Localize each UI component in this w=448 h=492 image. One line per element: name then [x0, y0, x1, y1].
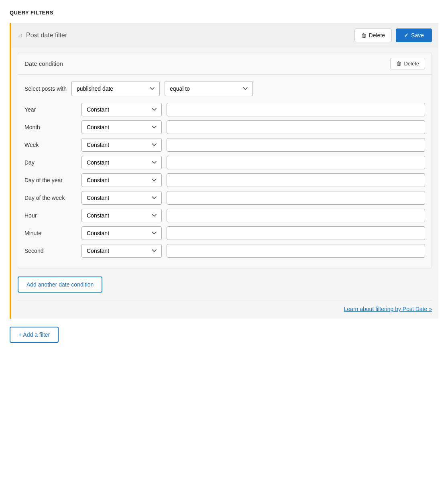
- comparison-select[interactable]: equal to not equal to greater than less …: [165, 81, 253, 96]
- day-of-year-select[interactable]: ConstantVariableCustom Field: [81, 173, 162, 187]
- field-label-day-of-week: Day of the week: [24, 195, 77, 201]
- month-input[interactable]: [167, 120, 425, 134]
- day-input[interactable]: [167, 156, 425, 169]
- day-of-year-input[interactable]: [167, 173, 425, 187]
- select-posts-row: Select posts with published date modifie…: [24, 81, 425, 96]
- condition-body: Select posts with published date modifie…: [18, 75, 432, 268]
- second-select[interactable]: ConstantVariableCustom Field: [81, 244, 162, 258]
- check-icon: [404, 32, 409, 39]
- condition-header: Date condition Delete: [18, 53, 432, 75]
- add-filter-button[interactable]: + Add a filter: [10, 327, 59, 343]
- date-type-select[interactable]: published date modified date created dat…: [71, 81, 160, 96]
- page-title: QUERY FILTERS: [10, 10, 438, 16]
- minute-select[interactable]: ConstantVariableCustom Field: [81, 226, 162, 240]
- field-label-second: Second: [24, 248, 77, 254]
- field-row-day-of-week: Day of the week ConstantVariableCustom F…: [24, 191, 425, 205]
- day-select[interactable]: ConstantVariableCustom Field: [81, 156, 162, 169]
- field-label-minute: Minute: [24, 230, 77, 236]
- filter-header: Post date filter Delete Save: [11, 23, 438, 48]
- field-row-day: Day ConstantVariableCustom Field: [24, 156, 425, 169]
- field-label-day: Day: [24, 159, 77, 166]
- field-row-month: Month ConstantVariableCustom Field: [24, 120, 425, 134]
- learn-link-row: Learn about filtering by Post Date »: [11, 306, 438, 319]
- field-row-minute: Minute ConstantVariableCustom Field: [24, 226, 425, 240]
- day-of-week-input[interactable]: [167, 191, 425, 205]
- field-row-year: Year ConstantVariableCustom Field: [24, 103, 425, 116]
- filter-delete-button[interactable]: Delete: [354, 28, 392, 42]
- year-input[interactable]: [167, 103, 425, 116]
- hour-input[interactable]: [167, 209, 425, 222]
- hour-select[interactable]: ConstantVariableCustom Field: [81, 209, 162, 222]
- field-label-hour: Hour: [24, 212, 77, 219]
- week-select[interactable]: ConstantVariableCustom Field: [81, 138, 162, 152]
- funnel-icon: [18, 32, 23, 39]
- field-row-week: Week ConstantVariableCustom Field: [24, 138, 425, 152]
- add-condition-button[interactable]: Add another date condition: [18, 276, 102, 293]
- field-label-day-of-year: Day of the year: [24, 177, 77, 183]
- condition-delete-button[interactable]: Delete: [390, 58, 425, 69]
- filter-header-right: Delete Save: [354, 28, 432, 42]
- filter-save-button[interactable]: Save: [396, 28, 432, 42]
- year-select[interactable]: ConstantVariableCustom Field: [81, 103, 162, 116]
- month-select[interactable]: ConstantVariableCustom Field: [81, 120, 162, 134]
- divider: [18, 301, 432, 301]
- date-condition-box: Date condition Delete Select posts with …: [18, 53, 432, 268]
- filter-header-left: Post date filter: [18, 32, 67, 39]
- second-input[interactable]: [167, 244, 425, 258]
- field-label-year: Year: [24, 106, 77, 113]
- trash-icon: [361, 32, 367, 39]
- week-input[interactable]: [167, 138, 425, 152]
- filter-save-label: Save: [411, 32, 424, 39]
- select-posts-label: Select posts with: [24, 85, 67, 92]
- condition-title: Date condition: [24, 60, 63, 67]
- field-row-second: Second ConstantVariableCustom Field: [24, 244, 425, 258]
- condition-delete-label: Delete: [404, 61, 419, 67]
- condition-trash-icon: [396, 61, 401, 67]
- learn-link[interactable]: Learn about filtering by Post Date »: [344, 306, 432, 312]
- field-label-week: Week: [24, 142, 77, 148]
- filter-title: Post date filter: [26, 32, 67, 39]
- day-of-week-select[interactable]: ConstantVariableCustom Field: [81, 191, 162, 205]
- minute-input[interactable]: [167, 226, 425, 240]
- filter-delete-label: Delete: [369, 32, 385, 39]
- field-label-month: Month: [24, 124, 77, 130]
- filter-container: Post date filter Delete Save Date condit…: [10, 23, 438, 319]
- field-row-hour: Hour ConstantVariableCustom Field: [24, 209, 425, 222]
- field-row-day-of-year: Day of the year ConstantVariableCustom F…: [24, 173, 425, 187]
